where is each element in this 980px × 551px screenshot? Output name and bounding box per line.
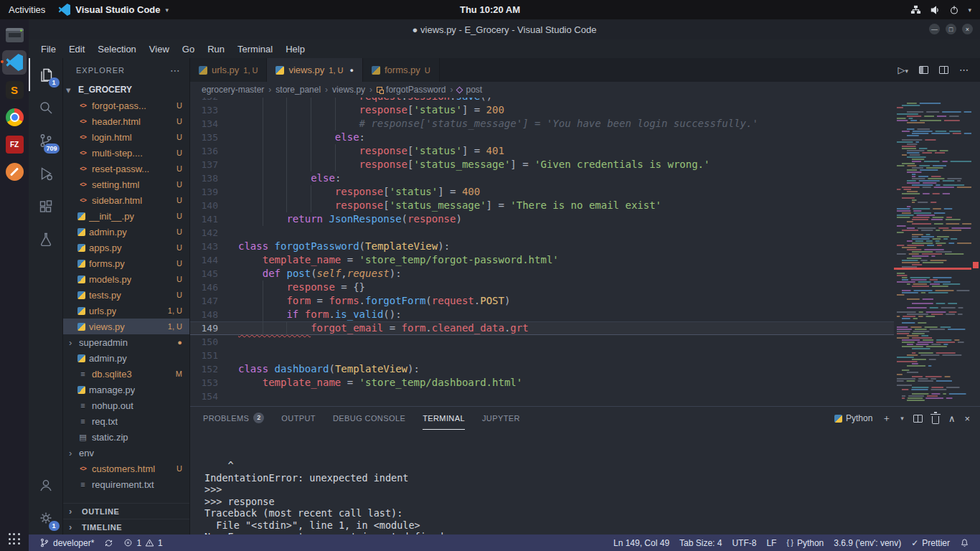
menu-edit[interactable]: Edit xyxy=(62,39,91,58)
file-item-admin-py[interactable]: admin.py xyxy=(63,350,189,366)
settings-button[interactable]: 1 xyxy=(29,501,63,534)
breadcrumb-item-post[interactable]: post xyxy=(457,85,482,95)
file-item-manage-py[interactable]: manage.py xyxy=(63,382,189,397)
code-line-136[interactable]: 136 response['status'] = 401 xyxy=(190,144,894,158)
code-line-140[interactable]: 140 response['status_message'] = 'There … xyxy=(190,199,894,212)
dock-pen-app[interactable] xyxy=(2,159,27,184)
chevron-down-icon[interactable]: ▾ xyxy=(900,415,904,422)
panel-tab-output[interactable]: OUTPUT xyxy=(281,407,316,430)
explorer-tab[interactable]: 1 xyxy=(29,58,63,91)
menu-terminal[interactable]: Terminal xyxy=(231,39,279,58)
file-item-models-py[interactable]: models.pyU xyxy=(63,271,189,287)
code-line-144[interactable]: 144 template_name = 'store_temp/forgot-p… xyxy=(190,253,894,267)
menu-view[interactable]: View xyxy=(143,39,176,58)
split-terminal-icon[interactable] xyxy=(913,415,923,423)
explorer-actions-icon[interactable]: ⋯ xyxy=(170,65,181,76)
new-terminal-button[interactable]: ＋ xyxy=(882,412,891,425)
system-tray[interactable]: ▾ xyxy=(910,5,971,15)
git-branch-indicator[interactable]: developer* xyxy=(34,534,99,551)
dirty-indicator-icon[interactable]: ● xyxy=(350,67,354,74)
minimap[interactable] xyxy=(894,98,980,406)
toggle-layout-icon[interactable] xyxy=(919,66,928,74)
code-line-132[interactable]: 132 request.session.save() xyxy=(190,98,894,103)
tab-views.py[interactable]: views.py1, U● xyxy=(267,58,362,82)
account-button[interactable] xyxy=(29,468,63,501)
code-line-134[interactable]: 134 # response['status_message'] = 'You … xyxy=(190,117,894,131)
timeline-section[interactable]: › TIMELINE xyxy=(63,519,189,534)
prettier-status[interactable]: ✓ Prettier xyxy=(906,534,955,551)
dock-vscode-app[interactable] xyxy=(2,50,27,75)
code-line-142[interactable]: 142 xyxy=(190,226,894,240)
extensions-tab[interactable] xyxy=(29,190,63,223)
more-actions-icon[interactable]: ⋯ xyxy=(959,65,969,75)
file-item-login-html[interactable]: <>login.htmlU xyxy=(63,129,189,145)
eol-indicator[interactable]: LF xyxy=(761,534,781,551)
close-panel-icon[interactable]: × xyxy=(964,413,970,424)
menu-file[interactable]: File xyxy=(34,39,62,58)
folder-item-env[interactable]: ›env xyxy=(63,445,189,461)
file-item-setting-html[interactable]: <>setting.htmlU xyxy=(63,176,189,192)
code-line-141[interactable]: 141 return JsonResponse(response) xyxy=(190,212,894,226)
testing-tab[interactable] xyxy=(29,223,63,256)
outline-section[interactable]: › OUTLINE xyxy=(63,503,189,519)
activities-button[interactable]: Activities xyxy=(9,4,45,15)
file-item-header-html[interactable]: <>header.htmlU xyxy=(63,113,189,129)
file-item--init-py[interactable]: __init__.pyU xyxy=(63,208,189,224)
menu-selection[interactable]: Selection xyxy=(91,39,142,58)
code-area[interactable]: 132 request.session.save()133 response['… xyxy=(190,98,894,406)
breadcrumb-item-views.py[interactable]: views.py xyxy=(332,85,365,95)
tab-forms.py[interactable]: forms.pyU xyxy=(363,58,440,82)
encoding-indicator[interactable]: UTF-8 xyxy=(727,534,761,551)
code-line-133[interactable]: 133 response['status'] = 200 xyxy=(190,103,894,117)
menu-run[interactable]: Run xyxy=(201,39,231,58)
sync-button[interactable] xyxy=(99,534,118,551)
breadcrumb-item-store_panel[interactable]: store_panel xyxy=(275,85,321,95)
file-item-requirement-txt[interactable]: ≡requirement.txt xyxy=(63,476,189,492)
dock-chrome-app[interactable] xyxy=(2,105,27,129)
indentation-indicator[interactable]: Tab Size: 4 xyxy=(674,534,727,551)
dock-sublime-app[interactable]: S xyxy=(2,77,27,102)
file-item-reset-passw-[interactable]: <>reset-passw...U xyxy=(63,161,189,176)
folder-item-superadmin[interactable]: ›superadmin● xyxy=(63,334,189,350)
run-python-file-button[interactable]: ▷▾ xyxy=(897,65,908,75)
dock-filezilla-app[interactable]: FZ xyxy=(2,132,27,156)
file-item-req-txt[interactable]: ≡req.txt xyxy=(63,413,189,429)
app-menu-button[interactable]: Visual Studio Code ▾ xyxy=(58,4,169,16)
tab-urls.py[interactable]: urls.py1, U xyxy=(190,58,267,82)
file-item-forms-py[interactable]: forms.pyU xyxy=(63,255,189,271)
language-mode[interactable]: { } Python xyxy=(781,534,829,551)
panel-tab-terminal[interactable]: TERMINAL xyxy=(423,407,465,430)
code-line-143[interactable]: 143class forgotPassword(TemplateView): xyxy=(190,240,894,253)
split-editor-icon[interactable] xyxy=(939,66,948,74)
file-item-db-sqlite3[interactable]: ≡db.sqlite3M xyxy=(63,366,189,382)
code-line-145[interactable]: 145 def post(self,request): xyxy=(190,267,894,281)
minimize-button[interactable]: — xyxy=(929,24,940,34)
code-line-151[interactable]: 151 xyxy=(190,349,894,362)
code-line-135[interactable]: 135 else: xyxy=(190,131,894,144)
panel-tab-jupyter[interactable]: JUPYTER xyxy=(482,407,520,430)
title-bar[interactable]: ● views.py - E_Grocery - Visual Studio C… xyxy=(29,19,980,39)
file-item-multi-step-[interactable]: <>multi-step....U xyxy=(63,145,189,161)
menu-help[interactable]: Help xyxy=(279,39,311,58)
terminal-shell-selector[interactable]: Python xyxy=(834,413,872,423)
show-applications-icon[interactable] xyxy=(9,533,21,545)
code-line-148[interactable]: 148 if form.is_valid(): xyxy=(190,308,894,321)
file-item-admin-py[interactable]: admin.pyU xyxy=(63,224,189,240)
dock-printer-app[interactable] xyxy=(2,23,27,47)
terminal-output[interactable]: ^IndentationError: unexpected indent>>>>… xyxy=(190,430,980,534)
close-button[interactable]: × xyxy=(962,24,973,34)
panel-tab-problems[interactable]: PROBLEMS2 xyxy=(203,407,264,430)
file-item-apps-py[interactable]: apps.pyU xyxy=(63,240,189,255)
code-line-137[interactable]: 137 response['status_message'] = 'Given … xyxy=(190,158,894,171)
kill-terminal-icon[interactable] xyxy=(932,416,939,424)
code-line-149[interactable]: 149 forgot_email = form.cleaned_data.grt xyxy=(190,321,894,335)
file-item-static-zip[interactable]: ▤static.zip xyxy=(63,429,189,445)
file-item-urls-py[interactable]: urls.py1, U xyxy=(63,303,189,319)
maximize-panel-icon[interactable]: ∧ xyxy=(948,413,956,424)
panel-tab-debug-console[interactable]: DEBUG CONSOLE xyxy=(333,407,405,430)
code-line-154[interactable]: 154 xyxy=(190,390,894,403)
code-line-152[interactable]: 152class dashboard(TemplateView): xyxy=(190,362,894,376)
code-line-147[interactable]: 147 form = forms.forgotForm(request.POST… xyxy=(190,294,894,308)
search-tab[interactable] xyxy=(29,91,63,124)
run-debug-tab[interactable] xyxy=(29,157,63,190)
